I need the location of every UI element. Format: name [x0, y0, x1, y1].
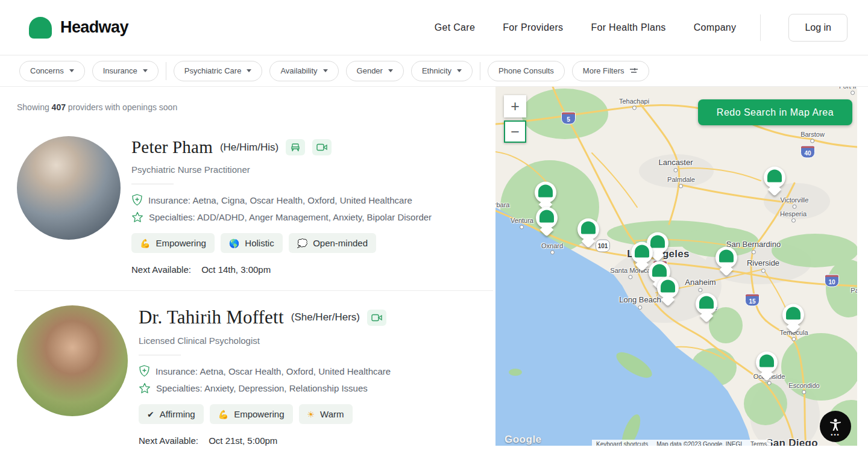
insurance-shield-icon — [139, 365, 150, 377]
map-label-anaheim: Anaheim — [685, 278, 715, 292]
map-label-victorville: Victorville — [781, 196, 809, 209]
tag-label: Empowering — [156, 238, 206, 248]
provider-map-pin[interactable] — [756, 352, 778, 379]
in-person-session-icon — [286, 139, 305, 155]
map-label-lancaster: Lancaster — [658, 158, 693, 172]
provider-map-pin[interactable] — [577, 219, 599, 246]
provider-map-pin[interactable] — [782, 304, 804, 332]
interstate-40-shield: 40 — [800, 146, 815, 158]
flex-emoji: 💪 — [140, 239, 150, 248]
map-label-san-diego: San Diego — [766, 437, 818, 446]
nav-divider — [760, 14, 761, 41]
summary-prefix: Showing — [17, 102, 49, 112]
interstate-15-shield: 15 — [745, 294, 760, 307]
card-divider — [139, 355, 181, 355]
filter-concerns[interactable]: Concerns — [19, 61, 85, 81]
next-available-value: Oct 14th, 3:00pm — [201, 264, 271, 275]
filter-ethnicity[interactable]: Ethnicity — [411, 61, 473, 81]
provider-map-pin[interactable] — [535, 182, 556, 210]
map-label-palm-springs: Palm Springs — [851, 287, 857, 294]
filter-psychiatric-care-label: Psychiatric Care — [184, 66, 242, 75]
summary-count: 407 — [52, 102, 66, 112]
brand-wordmark: Headway — [60, 18, 128, 37]
interstate-5-shield: 5 — [561, 112, 576, 125]
map-label-oxnard: Oxnard — [541, 242, 563, 255]
thought-emoji: 💭 — [297, 239, 307, 248]
zoom-in-button[interactable]: + — [504, 95, 526, 117]
sliders-icon — [629, 67, 638, 75]
map-label-fort-irwin: Fort Irwin — [839, 87, 857, 95]
provider-avatar[interactable] — [17, 305, 128, 416]
map-label-hesperia: Hesperia — [780, 210, 807, 223]
provider-avatar[interactable] — [17, 136, 121, 240]
filter-divider — [480, 62, 480, 80]
provider-map-pin[interactable] — [657, 277, 679, 305]
nav-company[interactable]: Company — [694, 22, 737, 33]
results-summary: Showing 407 providers with openings soon — [17, 102, 495, 112]
provider-pronouns: (She/Her/Hers) — [291, 311, 360, 323]
map-label-escondido: Escondido — [788, 382, 819, 395]
nav-get-care[interactable]: Get Care — [435, 22, 475, 33]
filter-more-filters-label: More Filters — [583, 66, 624, 75]
filter-availability[interactable]: Availability — [269, 61, 338, 81]
provider-list: Showing 407 providers with openings soon… — [0, 87, 495, 468]
zoom-out-button[interactable]: − — [504, 120, 526, 143]
map-label-riverside: Riverside — [747, 258, 779, 273]
filter-insurance-label: Insurance — [103, 66, 137, 75]
redo-search-button[interactable]: Redo Search in Map Area — [698, 99, 852, 125]
next-available-label: Next Available: — [139, 435, 198, 446]
specialties-star-icon — [131, 211, 143, 223]
provider-pronouns: (He/Him/His) — [220, 142, 278, 154]
nav-for-health-plans[interactable]: For Health Plans — [591, 22, 665, 33]
next-available: Next Available: Oct 21st, 5:00pm — [139, 435, 391, 446]
insurance-label: Insurance: — [148, 195, 190, 205]
filter-concerns-label: Concerns — [30, 66, 64, 75]
specialties-value: Anxiety, Depression, Relationship Issues — [204, 383, 368, 393]
filter-more-filters[interactable]: More Filters — [572, 61, 650, 81]
map-label-tehachapi: Tehachapi — [619, 98, 649, 110]
chevron-down-icon — [323, 69, 328, 72]
headway-logo[interactable]: Headway — [29, 17, 128, 39]
filter-psychiatric-care[interactable]: Psychiatric Care — [174, 61, 263, 81]
specialties-value: ADD/ADHD, Anger Management, Anxiety, Bip… — [197, 212, 432, 222]
summary-suffix: providers with openings soon — [68, 102, 177, 112]
filter-insurance[interactable]: Insurance — [92, 61, 159, 81]
filter-phone-consults[interactable]: Phone Consults — [488, 61, 565, 81]
tag-label: Holistic — [245, 238, 274, 248]
accessibility-widget-button[interactable]: ••• — [820, 411, 851, 442]
card-divider — [131, 184, 174, 184]
filter-gender[interactable]: Gender — [346, 61, 404, 81]
provider-card[interactable]: Dr. Tahirih Moffett (She/Her/Hers) Licen… — [17, 305, 495, 446]
chevron-down-icon — [143, 69, 148, 72]
provider-title: Licensed Clinical Psychologist — [139, 335, 391, 346]
map-canvas[interactable]: 5 40 101 605 15 10 Tehachapi Lancaster P… — [495, 87, 857, 446]
sun-emoji: ☀ — [307, 410, 315, 419]
provider-map-pin[interactable] — [764, 167, 785, 195]
personality-tag: 💪 Empowering — [131, 233, 215, 253]
main-nav: Get Care For Providers For Health Plans … — [435, 14, 848, 42]
specialties-star-icon — [139, 382, 151, 394]
filter-divider — [166, 62, 166, 80]
filter-availability-label: Availability — [280, 66, 317, 75]
nav-for-providers[interactable]: For Providers — [503, 22, 563, 33]
keyboard-shortcuts-link[interactable]: Keyboard shortcuts — [592, 440, 652, 446]
personality-tag: 🌎 Holistic — [221, 233, 283, 253]
provider-title: Psychiatric Nurse Practitioner — [131, 164, 432, 175]
provider-map-pin[interactable] — [715, 247, 737, 275]
globe-emoji: 🌎 — [229, 239, 239, 248]
interstate-10-shield: 10 — [825, 275, 839, 287]
provider-name[interactable]: Dr. Tahirih Moffett — [139, 307, 284, 328]
login-button[interactable]: Log in — [788, 14, 848, 42]
video-session-icon — [312, 139, 332, 155]
next-available-value: Oct 21st, 5:00pm — [209, 435, 277, 446]
filter-bar: Concerns Insurance Psychiatric Care Avai… — [0, 55, 868, 87]
chevron-down-icon — [457, 69, 462, 72]
personality-tag: 💪 Empowering — [210, 404, 293, 424]
google-logo: Google — [505, 434, 542, 446]
tag-label: Affirming — [160, 409, 195, 419]
provider-map-pin[interactable] — [696, 293, 717, 321]
provider-map-pin[interactable] — [536, 207, 558, 235]
provider-card[interactable]: Peter Pham (He/Him/His) Psychiatric Nurs… — [17, 136, 495, 275]
terms-link[interactable]: Terms — [746, 440, 771, 446]
provider-name[interactable]: Peter Pham — [131, 137, 213, 157]
